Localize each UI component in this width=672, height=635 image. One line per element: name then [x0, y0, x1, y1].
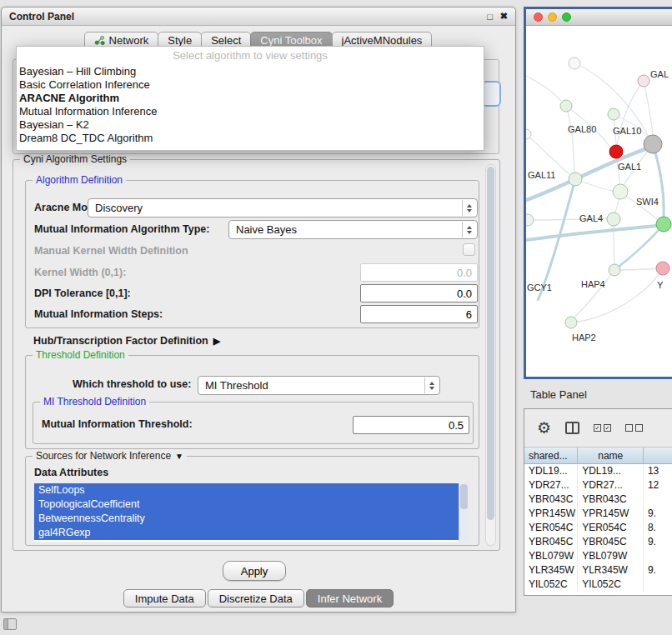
table-panel-header: Table Panel	[524, 382, 672, 407]
hidden-panel-icon[interactable]	[3, 618, 17, 630]
network-window-titlebar[interactable]	[526, 9, 672, 26]
close-panel-icon[interactable]: ✖	[500, 11, 508, 22]
which-threshold-value: MI Threshold	[205, 377, 268, 394]
hub-transcription-factor-section[interactable]: Hub/Transcription Factor Definition ▶	[33, 335, 220, 347]
deselect-all-icon[interactable]	[625, 424, 643, 432]
collapse-down-icon[interactable]: ▼	[175, 452, 183, 461]
column-header-shared[interactable]: shared...	[524, 448, 578, 463]
control-panel-titlebar[interactable]: Control Panel □ ✖	[2, 8, 515, 26]
combo-stepper-icon	[462, 200, 476, 216]
table-row[interactable]: YBR043CYBR043C	[524, 492, 672, 507]
window-controls: □ ✖	[487, 11, 508, 22]
expand-right-icon[interactable]: ▶	[213, 336, 220, 347]
network-node[interactable]	[608, 108, 619, 120]
table-cell: YIL052C	[524, 578, 578, 592]
network-node[interactable]	[613, 184, 628, 199]
algorithm-option-bayesian-hill-climbing[interactable]: Bayesian – Hill Climbing	[17, 65, 484, 78]
table-row[interactable]: YLR345WYLR345W9.	[524, 563, 672, 578]
manual-kernel-width-checkbox[interactable]	[463, 243, 475, 256]
bottom-tab-discretize-data[interactable]: Discretize Data	[208, 589, 304, 608]
network-node[interactable]	[656, 262, 669, 275]
algorithm-option-bayesian-k2[interactable]: Bayesian – K2	[17, 118, 484, 132]
aracne-mode-select[interactable]: Discovery	[88, 198, 478, 218]
mi-algorithm-type-select[interactable]: Naive Bayes	[228, 220, 478, 239]
settings-vertical-scrollbar[interactable]	[485, 164, 496, 546]
table-row[interactable]: YPR145WYPR145W9.	[524, 507, 672, 521]
attributes-list-scrollbar[interactable]	[459, 483, 469, 542]
algorithm-option-dream8-dc-tdc-algorithm[interactable]: Dream8 DC_TDC Algorithm	[17, 132, 484, 145]
kernel-width-field[interactable]	[360, 263, 478, 282]
attribute-item-selfloops[interactable]: SelfLoops	[34, 483, 459, 498]
float-window-icon[interactable]: □	[487, 12, 493, 22]
attribute-item-topologicalcoefficient[interactable]: TopologicalCoefficient	[34, 498, 459, 512]
algorithm-option-aracne-algorithm[interactable]: ARACNE Algorithm	[17, 92, 484, 105]
network-edge[interactable]	[526, 134, 569, 174]
attribute-item-gal4rgexp[interactable]: gal4RGexp	[34, 526, 459, 540]
which-threshold-select[interactable]: MI Threshold	[198, 376, 440, 395]
dpi-tolerance-field[interactable]	[360, 284, 478, 302]
zoom-window-icon[interactable]	[562, 12, 571, 22]
network-node[interactable]	[609, 145, 623, 158]
data-attributes-label: Data Attributes	[34, 467, 108, 479]
table-row[interactable]: YIL052CYIL052C	[524, 578, 672, 592]
network-node-label: GCY1	[527, 282, 552, 292]
network-edge[interactable]	[526, 226, 656, 241]
network-edge[interactable]	[566, 106, 574, 172]
data-attributes-list[interactable]: SelfLoopsTopologicalCoefficientBetweenne…	[34, 483, 469, 542]
close-window-icon[interactable]	[534, 12, 543, 22]
table-row[interactable]: YBR045CYBR045C9.	[524, 535, 672, 549]
network-edge[interactable]	[526, 76, 561, 101]
network-node[interactable]	[526, 214, 534, 226]
sources-legend: Sources for Network Inference▼	[33, 450, 187, 462]
table-panel-title: Table Panel	[530, 388, 587, 401]
network-node-label: HAP4	[581, 279, 605, 289]
scrollbar-thumb[interactable]	[460, 484, 468, 509]
check-icon: ✓	[604, 424, 611, 432]
gear-icon[interactable]: ⚙	[537, 420, 551, 436]
minimize-window-icon[interactable]	[548, 12, 557, 22]
table-cell: 9.	[644, 535, 672, 549]
table-cell: YLR345W	[578, 563, 644, 578]
network-edge[interactable]	[574, 270, 614, 318]
table-cell: YDL19...	[578, 464, 644, 478]
columns-icon[interactable]	[565, 422, 579, 434]
mi-steps-field[interactable]	[360, 305, 478, 323]
column-header-col2[interactable]	[644, 448, 672, 463]
apply-button[interactable]: Apply	[223, 561, 286, 581]
network-edge[interactable]	[619, 224, 664, 267]
scrollbar-thumb[interactable]	[487, 167, 494, 520]
empty-checkbox-icon	[635, 424, 643, 432]
table-row[interactable]: YDR27...YDR27...12	[524, 478, 672, 492]
network-node[interactable]	[569, 58, 580, 69]
algorithm-option-basic-correlation-inference[interactable]: Basic Correlation Inference	[17, 78, 484, 92]
network-node[interactable]	[569, 172, 582, 186]
table-cell: YER054C	[578, 521, 644, 535]
hub-section-label: Hub/Transcription Factor Definition	[33, 335, 208, 347]
network-node[interactable]	[560, 100, 572, 112]
network-node[interactable]	[607, 212, 620, 226]
attribute-item-betweennesscentrality[interactable]: BetweennessCentrality	[34, 512, 459, 526]
table-row[interactable]: YER054CYER054C8.	[524, 521, 672, 535]
network-node-label: GAL10	[613, 126, 641, 136]
select-all-icon[interactable]: ✓✓	[594, 424, 611, 432]
network-edge[interactable]	[644, 81, 653, 135]
network-svg[interactable]: GALGAL80GAL10GAL11GAL1SWI4GAL4GCY1HAP4YH…	[526, 26, 672, 377]
network-node[interactable]	[565, 317, 577, 328]
network-node[interactable]	[638, 75, 649, 87]
table-row[interactable]: YBL079WYBL079W	[524, 549, 672, 563]
network-node[interactable]	[609, 264, 620, 276]
column-header-name[interactable]: name	[578, 448, 644, 463]
network-node[interactable]	[656, 217, 671, 232]
table-cell: YLR345W	[524, 563, 578, 578]
mi-threshold-field[interactable]	[353, 416, 469, 434]
bottom-tab-impute-data[interactable]: Impute Data	[123, 589, 206, 608]
network-node-label: SWI4	[636, 197, 659, 207]
mi-threshold-definition-group: MI Threshold Definition Mutual Informati…	[33, 402, 474, 444]
bottom-tab-infer-network[interactable]: Infer Network	[306, 589, 394, 608]
algorithm-option-mutual-information-inference[interactable]: Mutual Information Inference	[17, 105, 484, 118]
network-node[interactable]	[644, 135, 662, 153]
network-canvas[interactable]: GALGAL80GAL10GAL11GAL1SWI4GAL4GCY1HAP4YH…	[526, 26, 672, 377]
table-cell: YBR043C	[524, 492, 578, 507]
table-row[interactable]: YDL19...YDL19...13	[524, 464, 672, 478]
network-node-label: GAL80	[568, 124, 596, 134]
